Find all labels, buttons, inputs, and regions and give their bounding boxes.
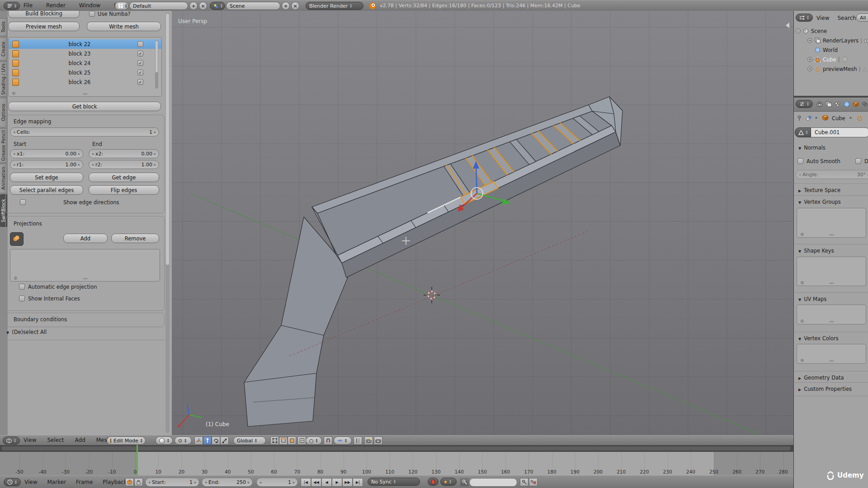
jump-to-end-button[interactable]: ▶| bbox=[353, 478, 363, 487]
block-list-item[interactable]: block 24 bbox=[9, 58, 161, 68]
snap-magnet-toggle[interactable] bbox=[324, 436, 332, 445]
current-frame-line[interactable] bbox=[137, 445, 138, 475]
delete-keyframe-button[interactable] bbox=[529, 478, 538, 486]
projections-title[interactable]: Projections bbox=[14, 221, 42, 227]
outliner-item-world[interactable]: World bbox=[794, 45, 868, 55]
editor-type-outliner-button[interactable] bbox=[796, 14, 813, 22]
outliner-item-previewmesh[interactable]: +previewMesh| bbox=[794, 64, 868, 74]
viewport-menu-view[interactable]: View bbox=[24, 437, 36, 443]
block-list-item[interactable]: block 23 bbox=[9, 49, 161, 58]
occlude-geometry-toggle[interactable] bbox=[297, 436, 306, 445]
mesh-datablock-icon-button[interactable] bbox=[795, 127, 811, 137]
play-button[interactable]: ▶ bbox=[332, 478, 342, 487]
face-select-toggle[interactable] bbox=[288, 436, 296, 445]
section-header-vertex-colors[interactable]: ▼Vertex Colors bbox=[798, 335, 839, 342]
block-visibility-checkbox[interactable] bbox=[137, 41, 143, 47]
projections-list[interactable] bbox=[10, 249, 160, 282]
toolshelf-scrollbar[interactable] bbox=[165, 13, 170, 433]
block-visibility-checkbox[interactable] bbox=[137, 51, 143, 56]
r2-field[interactable]: r2:1.00 bbox=[89, 160, 159, 169]
manipulator-translate-toggle[interactable] bbox=[203, 436, 212, 445]
viewport-menu-select[interactable]: Select bbox=[47, 437, 64, 443]
operator-redo-panel-header[interactable]: ▼(De)select All bbox=[6, 329, 47, 335]
outliner-restriction-icon[interactable] bbox=[842, 56, 848, 62]
editor-type-properties-button[interactable] bbox=[796, 100, 813, 108]
editor-type-info-button[interactable] bbox=[4, 2, 20, 10]
expand-icon[interactable]: + bbox=[807, 57, 812, 62]
viewport-shading-select[interactable] bbox=[156, 436, 173, 445]
keying-set-select[interactable]: ◆ bbox=[440, 478, 457, 486]
tab-create[interactable]: Create bbox=[0, 37, 7, 61]
edge-select-toggle[interactable] bbox=[279, 436, 288, 445]
build-blocking-button[interactable]: Build Blocking bbox=[8, 11, 80, 18]
get-edge-button[interactable]: Get edge bbox=[89, 173, 159, 182]
scene-add-button[interactable]: + bbox=[282, 2, 290, 10]
x1-field[interactable]: x1:0.00 bbox=[10, 149, 83, 158]
render-engine-select[interactable]: Blender Render bbox=[306, 2, 363, 10]
scene-canvas[interactable] bbox=[172, 11, 793, 435]
boundary-conditions-title[interactable]: Boundary conditions bbox=[14, 316, 67, 323]
start-frame-field[interactable]: Start:1 bbox=[145, 478, 199, 487]
show-edge-directions-checkbox[interactable] bbox=[20, 199, 26, 205]
outliner-item-scene[interactable]: −Scene bbox=[794, 26, 868, 36]
automatic-edge-projection-checkbox[interactable] bbox=[19, 284, 25, 290]
block-list-item[interactable]: block 22 bbox=[9, 39, 161, 49]
play-reverse-button[interactable]: ◀ bbox=[321, 478, 332, 487]
select-parallel-edges-button[interactable]: Select parallel edges bbox=[10, 185, 83, 195]
active-keying-set-field[interactable] bbox=[469, 478, 517, 487]
manipulator-scale-toggle[interactable] bbox=[220, 436, 229, 445]
current-frame-field[interactable]: 1 bbox=[256, 478, 298, 487]
expand-icon[interactable]: + bbox=[807, 66, 812, 71]
timeline-scrollbar[interactable] bbox=[0, 445, 793, 452]
block-visibility-checkbox[interactable] bbox=[137, 70, 143, 75]
projection-object-button[interactable] bbox=[10, 232, 24, 246]
layout-name-field[interactable]: Default bbox=[129, 2, 188, 10]
jump-to-start-button[interactable]: |◀ bbox=[301, 478, 311, 487]
timeline-menu-marker[interactable]: Marker bbox=[47, 479, 66, 485]
prev-keyframe-button[interactable]: ◀◀ bbox=[311, 478, 321, 487]
edge-mapping-title[interactable]: Edge mapping bbox=[14, 118, 51, 125]
outliner-restriction-icon[interactable] bbox=[862, 66, 868, 72]
cells-field[interactable]: Cells:1 bbox=[10, 127, 159, 136]
pivot-select[interactable]: ⊙ bbox=[175, 436, 192, 445]
scene-name-field[interactable]: Scene bbox=[226, 2, 280, 10]
autokey-record-button[interactable] bbox=[428, 478, 439, 486]
shape-keys-list[interactable] bbox=[797, 257, 866, 286]
properties-tab-world-icon[interactable] bbox=[843, 100, 850, 108]
projections-add-button[interactable]: Add bbox=[63, 234, 108, 243]
set-edge-button[interactable]: Set edge bbox=[10, 173, 83, 182]
section-header-vertex-groups[interactable]: ▼Vertex Groups bbox=[798, 199, 841, 205]
end-frame-field[interactable]: End:250 bbox=[202, 478, 253, 487]
viewport-menu-add[interactable]: Add bbox=[75, 437, 85, 443]
region-toggle-arrow[interactable] bbox=[786, 23, 789, 28]
vertex-colors-list[interactable] bbox=[797, 344, 866, 364]
outliner-restriction-icon[interactable] bbox=[864, 38, 868, 43]
tab-shading-uvs[interactable]: Shading / UVs bbox=[0, 61, 7, 97]
editor-type-3dview-button[interactable] bbox=[3, 436, 20, 445]
insert-keyframe-button[interactable] bbox=[520, 478, 528, 486]
x2-field[interactable]: x2:0.00 bbox=[89, 149, 159, 158]
manipulator-rotate-toggle[interactable] bbox=[212, 436, 220, 445]
lock-time-cursor-toggle[interactable] bbox=[134, 478, 143, 486]
properties-tab-render-layers-icon[interactable] bbox=[825, 100, 832, 108]
collapse-icon[interactable]: − bbox=[796, 28, 801, 33]
menu-render[interactable]: Render bbox=[46, 2, 66, 9]
preview-mesh-button[interactable]: Preview mesh bbox=[8, 22, 80, 31]
playback-range-lock-toggle[interactable] bbox=[125, 478, 134, 486]
pin-icon[interactable] bbox=[797, 115, 802, 121]
double-sided-checkbox[interactable] bbox=[855, 158, 861, 164]
show-internal-faces-checkbox[interactable] bbox=[19, 296, 25, 301]
vertex-groups-list[interactable] bbox=[797, 208, 866, 238]
timeline-band[interactable]: -50-40-30-20-100102030405060708090100110… bbox=[0, 452, 793, 475]
outliner-menu-search[interactable]: Search bbox=[837, 15, 856, 21]
outliner-item-cube[interactable]: +Cube| bbox=[794, 55, 868, 64]
breadcrumb-object-label[interactable]: Cube bbox=[832, 115, 845, 122]
menu-file[interactable]: File bbox=[24, 2, 33, 9]
projections-remove-button[interactable]: Remove bbox=[111, 234, 159, 243]
render-opengl-button[interactable] bbox=[364, 436, 373, 445]
properties-tab-object-icon[interactable] bbox=[852, 100, 859, 108]
section-header-uv-maps[interactable]: ▼UV Maps bbox=[798, 296, 826, 302]
editor-type-timeline-button[interactable] bbox=[4, 478, 21, 486]
snap-element-select[interactable] bbox=[334, 436, 352, 445]
properties-tab-scene-icon[interactable] bbox=[834, 100, 841, 108]
